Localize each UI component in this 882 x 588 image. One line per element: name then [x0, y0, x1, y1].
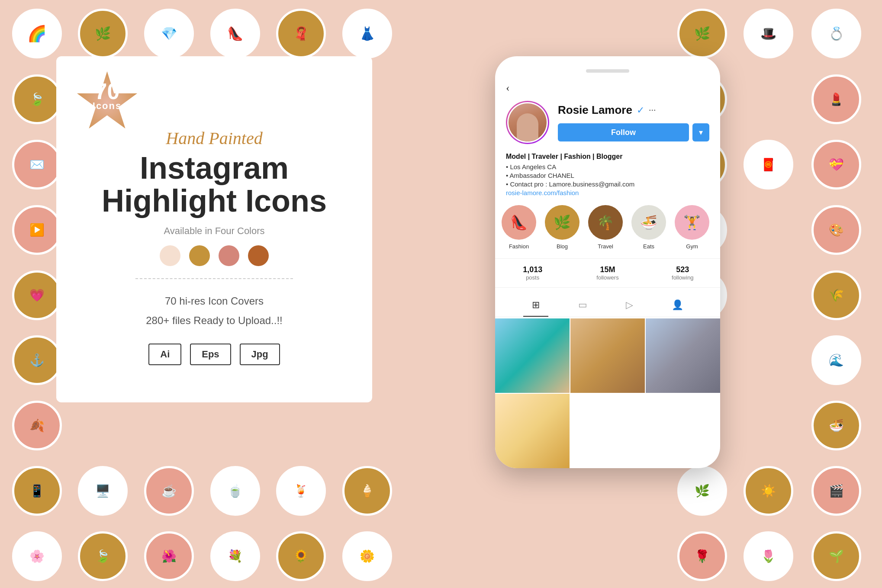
highlight-circle-fashion: 👠: [502, 205, 536, 240]
stat-posts-label: posts: [495, 274, 570, 281]
color-palette: [102, 245, 327, 266]
highlight-eats[interactable]: 🍜 Eats: [631, 205, 666, 250]
bio-line-3: • Contact pro : Lamore.business@gmail.co…: [506, 180, 709, 188]
stat-following-label: following: [645, 274, 720, 281]
circle-video: 🎬: [811, 466, 861, 516]
circle-cocktail: 🍹: [276, 466, 326, 516]
follow-button[interactable]: Follow: [558, 123, 689, 141]
format-ai: Ai: [148, 344, 181, 365]
circle-shoe: 👠: [210, 9, 260, 58]
avatar-portrait: [509, 103, 547, 141]
circle-icecream: 🍦: [342, 466, 392, 516]
circle-rainbow: 🌈: [12, 9, 62, 58]
circle-leaf6: 🌿: [677, 466, 727, 516]
stats-row: 1,013 posts 15M followers 523 following: [495, 258, 720, 288]
color-brown: [248, 245, 269, 266]
phone-notch: [586, 69, 629, 73]
color-rose: [219, 245, 239, 266]
color-cream: [160, 245, 180, 266]
subtitle: Available in Four Colors: [102, 225, 327, 237]
circle-monitor: 🖥️: [78, 466, 128, 516]
tab-tagged[interactable]: 👤: [663, 294, 692, 317]
circle-btm5: 🌻: [276, 531, 326, 581]
circle-btm3: 🌺: [144, 531, 194, 581]
badge-container: 70 Icons: [76, 71, 138, 134]
profile-name-row: Rosie Lamore ✓ ···: [558, 103, 709, 117]
tab-grid[interactable]: ⊞: [523, 294, 548, 317]
profile-name: Rosie Lamore: [558, 103, 632, 117]
circle-btm9: 🌱: [811, 531, 861, 581]
photo-cell-4: [495, 394, 570, 468]
highlight-label-fashion: Fashion: [509, 243, 529, 250]
photo-cell-2: [570, 318, 645, 393]
right-panel: ‹ Rosie Lamore ✓: [389, 56, 826, 468]
stat-posts: 1,013 posts: [495, 259, 570, 287]
profile-bio: Model | Traveler | Fashion | Blogger • L…: [495, 153, 720, 196]
stat-followers-label: followers: [570, 274, 645, 281]
circle-hat: 🎩: [744, 9, 793, 58]
highlights-row: 👠 Fashion 🌿 Blog 🌴 Travel 🍜 Eats 🏋️: [495, 205, 720, 250]
highlight-label-gym: Gym: [686, 243, 698, 250]
circle-nail: 🌿: [677, 9, 727, 58]
tab-reels[interactable]: ▷: [617, 294, 642, 317]
highlight-label-eats: Eats: [643, 243, 654, 250]
photo-tropical: [495, 318, 570, 393]
avatar-inner: [507, 102, 548, 143]
circle-coffee: ☕: [144, 466, 194, 516]
circle-btm4: 💐: [210, 531, 260, 581]
highlight-travel[interactable]: 🌴 Travel: [588, 205, 623, 250]
highlight-circle-gym: 🏋️: [675, 205, 709, 240]
format-badges: Ai Eps Jpg: [102, 344, 327, 365]
format-jpg: Jpg: [240, 344, 280, 365]
circle-hanger: 🧣: [276, 9, 326, 58]
circle-leaf5: 🍂: [12, 401, 62, 450]
highlight-circle-blog: 🌿: [545, 205, 579, 240]
photo-interior: [570, 318, 645, 393]
highlight-fashion[interactable]: 👠 Fashion: [502, 205, 536, 250]
files-info: 70 hi-res Icon Covers 280+ files Ready t…: [102, 291, 327, 331]
follow-dropdown-button[interactable]: ▾: [692, 123, 709, 141]
highlight-label-travel: Travel: [598, 243, 613, 250]
circle-sun: ☀️: [744, 466, 793, 516]
circle-diamond: 💎: [144, 9, 194, 58]
circle-phone: 📱: [12, 466, 62, 516]
photo-grid: [495, 318, 720, 468]
phone-mockup: ‹ Rosie Lamore ✓: [495, 56, 720, 468]
profile-header: Rosie Lamore ✓ ··· Follow ▾: [495, 101, 720, 144]
highlight-circle-travel: 🌴: [588, 205, 623, 240]
more-options-icon[interactable]: ···: [649, 105, 656, 116]
divider: [135, 278, 293, 279]
circle-teacup: 🍵: [210, 466, 260, 516]
tab-list[interactable]: ▭: [570, 294, 596, 317]
phone-back-btn[interactable]: ‹: [495, 81, 720, 94]
badge-label: Icons: [76, 100, 138, 112]
highlight-gym[interactable]: 🏋️ Gym: [675, 205, 709, 250]
files-line2: 280+ files Ready to Upload..!!: [102, 311, 327, 331]
circle-email: ✉️: [12, 140, 62, 190]
circle-ring: 💍: [811, 9, 861, 58]
format-eps: Eps: [190, 344, 231, 365]
title-line1: Instagram: [102, 152, 327, 185]
bio-link[interactable]: rosie-lamore.com/fashion: [506, 189, 709, 196]
photo-cell-1: [495, 318, 570, 393]
left-panel: 70 Icons Hand Painted Instagram Highligh…: [56, 56, 372, 402]
main-content: 70 Icons Hand Painted Instagram Highligh…: [56, 56, 826, 468]
color-gold: [189, 245, 210, 266]
stat-posts-number: 1,013: [495, 265, 570, 274]
grid-tabs: ⊞ ▭ ▷ 👤: [495, 294, 720, 317]
circle-btm2: 🍃: [78, 531, 128, 581]
files-line1: 70 hi-res Icon Covers: [102, 291, 327, 311]
photo-cell-3: [646, 318, 720, 393]
title-line2: Highlight Icons: [102, 185, 327, 218]
bio-title: Model | Traveler | Fashion | Blogger: [506, 153, 709, 161]
highlight-blog[interactable]: 🌿 Blog: [545, 205, 579, 250]
stat-following: 523 following: [645, 259, 720, 287]
avatar-silhouette: [517, 113, 538, 141]
stat-followers-number: 15M: [570, 265, 645, 274]
bio-line-1: • Los Angeles CA: [506, 163, 709, 170]
circle-btm1: 🌸: [12, 531, 62, 581]
circle-play: ▶️: [12, 205, 62, 255]
badge-number: 70: [76, 80, 138, 103]
photo-fashion-closet: [646, 318, 720, 393]
stat-following-number: 523: [645, 265, 720, 274]
